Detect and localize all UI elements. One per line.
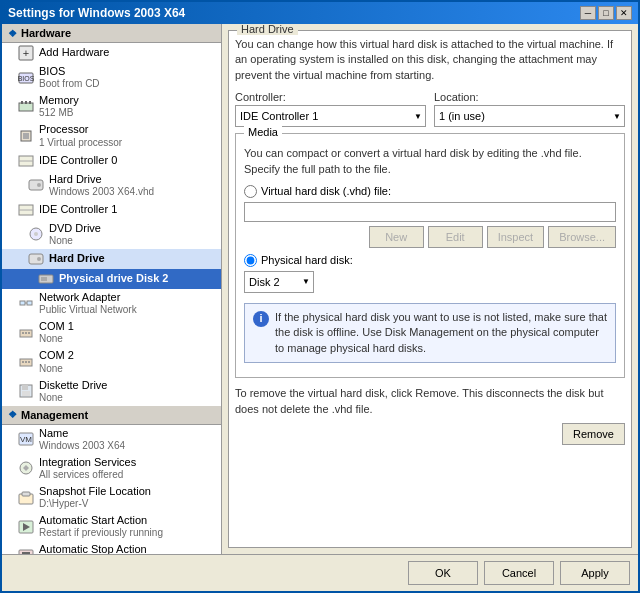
physical-radio[interactable] <box>244 254 257 267</box>
sidebar-item-com2[interactable]: COM 2None <box>2 347 221 376</box>
close-button[interactable]: ✕ <box>616 6 632 20</box>
maximize-button[interactable]: □ <box>598 6 614 20</box>
processor-icon <box>18 128 34 144</box>
add-hardware-icon: + <box>18 45 34 61</box>
sidebar-item-diskette[interactable]: Diskette DriveNone <box>2 377 221 406</box>
inspect-button[interactable]: Inspect <box>487 226 544 248</box>
sidebar-item-snapshot[interactable]: Snapshot File LocationD:\Hyper-V <box>2 483 221 512</box>
cancel-button[interactable]: Cancel <box>484 561 554 585</box>
hdd1-label: Hard Drive <box>49 252 105 265</box>
window-controls: ─ □ ✕ <box>580 6 632 20</box>
sidebar-item-name[interactable]: VM NameWindows 2003 X64 <box>2 425 221 454</box>
browse-button[interactable]: Browse... <box>548 226 616 248</box>
autostop-label: Automatic Stop ActionSave <box>39 543 147 554</box>
group-title: Hard Drive <box>237 24 298 35</box>
physical-drive-icon <box>38 271 54 287</box>
window-title: Settings for Windows 2003 X64 <box>8 6 185 20</box>
svg-point-30 <box>22 361 24 363</box>
hardware-icon: ❖ <box>8 28 17 39</box>
new-button[interactable]: New <box>369 226 424 248</box>
snapshot-sublabel: D:\Hyper-V <box>39 498 151 510</box>
controller-col: Controller: IDE Controller 1 <box>235 91 426 127</box>
svg-rect-21 <box>41 277 47 281</box>
diskette-label: Diskette DriveNone <box>39 379 107 404</box>
integration-sublabel: All services offered <box>39 469 136 481</box>
content-area: ❖ Hardware + Add Hardware BIOS BIOSBoot … <box>2 24 638 554</box>
disk-select-wrapper: Disk 2 <box>244 271 314 293</box>
svg-text:VM: VM <box>20 435 32 444</box>
svg-rect-34 <box>22 385 28 390</box>
minimize-button[interactable]: ─ <box>580 6 596 20</box>
info-icon: i <box>253 311 269 327</box>
snapshot-icon <box>18 490 34 506</box>
dvd-icon <box>28 226 44 242</box>
svg-point-31 <box>25 361 27 363</box>
location-col: Location: 1 (in use) <box>434 91 625 127</box>
sidebar-item-autostop[interactable]: Automatic Stop ActionSave <box>2 541 221 554</box>
controller-select[interactable]: IDE Controller 1 <box>235 105 426 127</box>
integration-label: Integration ServicesAll services offered <box>39 456 136 481</box>
sidebar-item-com1[interactable]: COM 1None <box>2 318 221 347</box>
memory-sublabel: 512 MB <box>39 107 79 119</box>
hardware-section-header: ❖ Hardware <box>2 24 221 43</box>
hardware-section-label: Hardware <box>21 27 71 39</box>
sidebar-item-bios[interactable]: BIOS BIOSBoot from CD <box>2 63 221 92</box>
dvd-sublabel: None <box>49 235 101 247</box>
memory-icon <box>18 99 34 115</box>
com2-sublabel: None <box>39 363 74 375</box>
sidebar-item-processor[interactable]: Processor1 Virtual processor <box>2 121 221 150</box>
hdd1-icon <box>28 251 44 267</box>
svg-point-17 <box>34 232 38 236</box>
physical-radio-row: Physical hard disk: <box>244 254 616 267</box>
physical-drive-label: Physical drive Disk 2 <box>59 272 168 285</box>
network-label: Network AdapterPublic Virtual Network <box>39 291 137 316</box>
apply-button[interactable]: Apply <box>560 561 630 585</box>
hard-drive-group: Hard Drive You can change how this virtu… <box>228 30 632 548</box>
svg-point-13 <box>37 183 41 187</box>
hdd0-icon <box>28 177 44 193</box>
autostart-label: Automatic Start ActionRestart if previou… <box>39 514 163 539</box>
vhd-radio[interactable] <box>244 185 257 198</box>
svg-point-32 <box>28 361 30 363</box>
sidebar-item-add-hardware[interactable]: + Add Hardware <box>2 43 221 63</box>
location-select[interactable]: 1 (in use) <box>434 105 625 127</box>
bios-icon: BIOS <box>18 70 34 86</box>
location-label: Location: <box>434 91 625 103</box>
processor-label: Processor1 Virtual processor <box>39 123 122 148</box>
sidebar-item-integration[interactable]: Integration ServicesAll services offered <box>2 454 221 483</box>
vhd-radio-row: Virtual hard disk (.vhd) file: <box>244 185 616 198</box>
sidebar-item-dvd-drive[interactable]: DVD DriveNone <box>2 220 221 249</box>
diskette-sublabel: None <box>39 392 107 404</box>
sidebar-item-hard-drive-0[interactable]: Hard DriveWindows 2003 X64.vhd <box>2 171 221 200</box>
sidebar-item-network[interactable]: Network AdapterPublic Virtual Network <box>2 289 221 318</box>
remove-button[interactable]: Remove <box>562 423 625 445</box>
disk-select-row: Disk 2 <box>244 271 616 293</box>
name-icon: VM <box>18 431 34 447</box>
main-window: Settings for Windows 2003 X64 ─ □ ✕ ❖ Ha… <box>0 0 640 593</box>
com1-icon <box>18 325 34 341</box>
com1-label: COM 1None <box>39 320 74 345</box>
disk-select[interactable]: Disk 2 <box>244 271 314 293</box>
edit-button[interactable]: Edit <box>428 226 483 248</box>
management-section-header: ❖ Management <box>2 406 221 425</box>
sidebar-item-ide-ctrl-0[interactable]: IDE Controller 0 <box>2 151 221 171</box>
svg-rect-9 <box>23 133 29 139</box>
ok-button[interactable]: OK <box>408 561 478 585</box>
sidebar-item-memory[interactable]: Memory512 MB <box>2 92 221 121</box>
sidebar-item-hard-drive-1[interactable]: Hard Drive <box>2 249 221 269</box>
vhd-path-input[interactable] <box>244 202 616 222</box>
info-text: If the physical hard disk you want to us… <box>275 310 607 356</box>
network-icon <box>18 296 34 312</box>
location-select-wrapper: 1 (in use) <box>434 105 625 127</box>
com1-sublabel: None <box>39 333 74 345</box>
integration-icon <box>18 460 34 476</box>
dvd-label: DVD DriveNone <box>49 222 101 247</box>
vhd-buttons: New Edit Inspect Browse... <box>244 226 616 248</box>
svg-rect-35 <box>22 391 30 396</box>
sidebar-item-ide-ctrl-1[interactable]: IDE Controller 1 <box>2 200 221 220</box>
sidebar-item-autostart[interactable]: Automatic Start ActionRestart if previou… <box>2 512 221 541</box>
svg-rect-40 <box>22 492 30 496</box>
media-group-title: Media <box>244 126 282 138</box>
autostart-icon <box>18 519 34 535</box>
sidebar-item-physical-drive[interactable]: Physical drive Disk 2 <box>2 269 221 289</box>
